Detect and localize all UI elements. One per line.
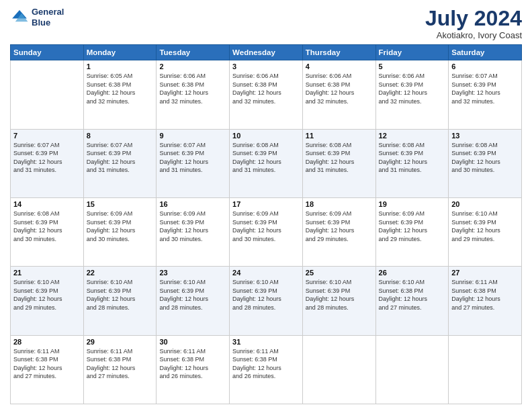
day-number: 10 <box>232 132 300 140</box>
day-number: 13 <box>451 132 519 140</box>
calendar-cell: 17Sunrise: 6:09 AM Sunset: 6:39 PM Dayli… <box>230 197 303 266</box>
calendar-week-row: 28Sunrise: 6:11 AM Sunset: 6:38 PM Dayli… <box>11 335 522 404</box>
calendar-cell: 23Sunrise: 6:10 AM Sunset: 6:39 PM Dayli… <box>157 267 230 335</box>
day-number: 9 <box>159 132 226 140</box>
calendar-cell: 31Sunrise: 6:11 AM Sunset: 6:38 PM Dayli… <box>230 335 303 404</box>
cell-info: Sunrise: 6:08 AM Sunset: 6:39 PM Dayligh… <box>306 141 373 175</box>
calendar-day-header: Saturday <box>449 45 522 60</box>
calendar-cell: 7Sunrise: 6:07 AM Sunset: 6:39 PM Daylig… <box>11 129 84 197</box>
cell-info: Sunrise: 6:06 AM Sunset: 6:38 PM Dayligh… <box>159 72 226 105</box>
calendar-cell: 15Sunrise: 6:09 AM Sunset: 6:39 PM Dayli… <box>83 197 157 266</box>
cell-info: Sunrise: 6:09 AM Sunset: 6:39 PM Dayligh… <box>159 210 226 243</box>
cell-info: Sunrise: 6:07 AM Sunset: 6:39 PM Dayligh… <box>13 141 81 175</box>
calendar-cell: 14Sunrise: 6:08 AM Sunset: 6:39 PM Dayli… <box>11 197 84 266</box>
calendar-cell: 16Sunrise: 6:09 AM Sunset: 6:39 PM Dayli… <box>157 197 230 266</box>
calendar-cell: 6Sunrise: 6:07 AM Sunset: 6:39 PM Daylig… <box>449 60 522 129</box>
day-number: 31 <box>232 338 300 346</box>
calendar-cell <box>449 335 522 404</box>
page: General Blue July 2024 Akotiakro, Ivory … <box>0 0 532 411</box>
cell-info: Sunrise: 6:10 AM Sunset: 6:39 PM Dayligh… <box>13 278 81 312</box>
cell-info: Sunrise: 6:08 AM Sunset: 6:39 PM Dayligh… <box>232 141 300 175</box>
calendar-week-row: 14Sunrise: 6:08 AM Sunset: 6:39 PM Dayli… <box>11 197 522 266</box>
day-number: 1 <box>87 62 154 71</box>
cell-info: Sunrise: 6:07 AM Sunset: 6:39 PM Dayligh… <box>159 141 226 175</box>
calendar-cell: 25Sunrise: 6:10 AM Sunset: 6:39 PM Dayli… <box>302 267 375 335</box>
calendar-cell: 12Sunrise: 6:08 AM Sunset: 6:39 PM Dayli… <box>375 129 449 197</box>
calendar-day-header: Tuesday <box>157 45 230 60</box>
cell-info: Sunrise: 6:05 AM Sunset: 6:38 PM Dayligh… <box>87 72 154 105</box>
cell-info: Sunrise: 6:06 AM Sunset: 6:38 PM Dayligh… <box>232 72 300 105</box>
cell-info: Sunrise: 6:09 AM Sunset: 6:39 PM Dayligh… <box>379 210 446 243</box>
calendar-cell: 13Sunrise: 6:08 AM Sunset: 6:39 PM Dayli… <box>449 129 522 197</box>
day-number: 7 <box>13 132 81 140</box>
day-number: 18 <box>306 200 373 208</box>
cell-info: Sunrise: 6:11 AM Sunset: 6:38 PM Dayligh… <box>159 347 226 381</box>
cell-info: Sunrise: 6:11 AM Sunset: 6:38 PM Dayligh… <box>451 278 519 312</box>
calendar-day-header: Sunday <box>11 45 84 60</box>
day-number: 24 <box>232 269 300 277</box>
calendar-cell: 3Sunrise: 6:06 AM Sunset: 6:38 PM Daylig… <box>230 60 303 129</box>
calendar-header-row: SundayMondayTuesdayWednesdayThursdayFrid… <box>11 45 522 60</box>
calendar-day-header: Monday <box>83 45 157 60</box>
logo-line1: General <box>32 7 64 17</box>
title-block: July 2024 Akotiakro, Ivory Coast <box>425 7 522 40</box>
cell-info: Sunrise: 6:09 AM Sunset: 6:39 PM Dayligh… <box>87 210 154 243</box>
day-number: 26 <box>379 269 446 277</box>
header: General Blue July 2024 Akotiakro, Ivory … <box>10 7 522 40</box>
day-number: 8 <box>87 132 154 140</box>
day-number: 15 <box>87 200 154 208</box>
calendar-cell <box>302 335 375 404</box>
calendar-table: SundayMondayTuesdayWednesdayThursdayFrid… <box>10 44 522 404</box>
day-number: 6 <box>451 62 519 71</box>
cell-info: Sunrise: 6:07 AM Sunset: 6:39 PM Dayligh… <box>87 141 154 175</box>
day-number: 23 <box>159 269 226 277</box>
day-number: 11 <box>306 132 373 140</box>
cell-info: Sunrise: 6:11 AM Sunset: 6:38 PM Dayligh… <box>232 347 300 381</box>
calendar-cell: 4Sunrise: 6:06 AM Sunset: 6:38 PM Daylig… <box>302 60 375 129</box>
day-number: 20 <box>451 200 519 208</box>
cell-info: Sunrise: 6:10 AM Sunset: 6:39 PM Dayligh… <box>159 278 226 312</box>
day-number: 16 <box>159 200 226 208</box>
calendar-cell <box>375 335 449 404</box>
main-title: July 2024 <box>425 7 522 30</box>
day-number: 28 <box>13 338 81 346</box>
day-number: 22 <box>87 269 154 277</box>
logo-line2: Blue <box>32 17 64 28</box>
logo: General Blue <box>10 7 64 28</box>
calendar-cell <box>11 60 84 129</box>
day-number: 25 <box>306 269 373 277</box>
cell-info: Sunrise: 6:10 AM Sunset: 6:39 PM Dayligh… <box>306 278 373 312</box>
calendar-week-row: 21Sunrise: 6:10 AM Sunset: 6:39 PM Dayli… <box>11 267 522 335</box>
cell-info: Sunrise: 6:09 AM Sunset: 6:39 PM Dayligh… <box>306 210 373 243</box>
day-number: 14 <box>13 200 81 208</box>
cell-info: Sunrise: 6:08 AM Sunset: 6:39 PM Dayligh… <box>13 210 81 243</box>
calendar-cell: 27Sunrise: 6:11 AM Sunset: 6:38 PM Dayli… <box>449 267 522 335</box>
cell-info: Sunrise: 6:11 AM Sunset: 6:38 PM Dayligh… <box>87 347 154 381</box>
calendar-cell: 29Sunrise: 6:11 AM Sunset: 6:38 PM Dayli… <box>83 335 157 404</box>
calendar-cell: 21Sunrise: 6:10 AM Sunset: 6:39 PM Dayli… <box>11 267 84 335</box>
calendar-cell: 22Sunrise: 6:10 AM Sunset: 6:39 PM Dayli… <box>83 267 157 335</box>
cell-info: Sunrise: 6:10 AM Sunset: 6:39 PM Dayligh… <box>232 278 300 312</box>
calendar-day-header: Wednesday <box>230 45 303 60</box>
day-number: 17 <box>232 200 300 208</box>
day-number: 27 <box>451 269 519 277</box>
day-number: 29 <box>87 338 154 346</box>
cell-info: Sunrise: 6:07 AM Sunset: 6:39 PM Dayligh… <box>451 72 519 105</box>
calendar-day-header: Friday <box>375 45 449 60</box>
calendar-cell: 18Sunrise: 6:09 AM Sunset: 6:39 PM Dayli… <box>302 197 375 266</box>
day-number: 5 <box>379 62 446 71</box>
calendar-day-header: Thursday <box>302 45 375 60</box>
cell-info: Sunrise: 6:10 AM Sunset: 6:38 PM Dayligh… <box>379 278 446 312</box>
day-number: 3 <box>232 62 300 71</box>
calendar-cell: 2Sunrise: 6:06 AM Sunset: 6:38 PM Daylig… <box>157 60 230 129</box>
calendar-cell: 24Sunrise: 6:10 AM Sunset: 6:39 PM Dayli… <box>230 267 303 335</box>
calendar-cell: 20Sunrise: 6:10 AM Sunset: 6:39 PM Dayli… <box>449 197 522 266</box>
logo-text: General Blue <box>32 7 64 28</box>
cell-info: Sunrise: 6:06 AM Sunset: 6:38 PM Dayligh… <box>306 72 373 105</box>
calendar-cell: 28Sunrise: 6:11 AM Sunset: 6:38 PM Dayli… <box>11 335 84 404</box>
cell-info: Sunrise: 6:08 AM Sunset: 6:39 PM Dayligh… <box>379 141 446 175</box>
calendar-week-row: 1Sunrise: 6:05 AM Sunset: 6:38 PM Daylig… <box>11 60 522 129</box>
cell-info: Sunrise: 6:06 AM Sunset: 6:39 PM Dayligh… <box>379 72 446 105</box>
calendar-cell: 10Sunrise: 6:08 AM Sunset: 6:39 PM Dayli… <box>230 129 303 197</box>
calendar-cell: 11Sunrise: 6:08 AM Sunset: 6:39 PM Dayli… <box>302 129 375 197</box>
